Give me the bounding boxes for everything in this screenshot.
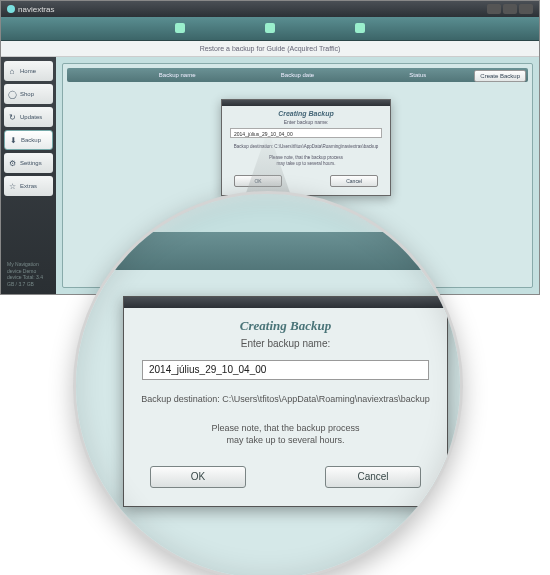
sidebar-item-label: Home xyxy=(20,68,36,74)
dialog-titlebar xyxy=(124,297,447,308)
dialog-title: Creating Backup xyxy=(124,308,447,338)
dialog-buttons: OK Cancel xyxy=(124,458,447,506)
col-name: Backup name xyxy=(117,72,237,78)
sidebar: ⌂ Home ◯ Shop ↻ Updates ⬇ Backup ⚙ Setti… xyxy=(1,57,56,294)
top-tabs xyxy=(1,17,539,41)
creating-backup-dialog-small: Creating Backup Enter backup name: 2014_… xyxy=(221,99,391,196)
sidebar-item-updates[interactable]: ↻ Updates xyxy=(4,107,53,127)
home-icon: ⌂ xyxy=(7,66,17,76)
sidebar-item-settings[interactable]: ⚙ Settings xyxy=(4,153,53,173)
updates-icon: ↻ xyxy=(7,112,17,122)
window-title: naviextras xyxy=(18,5,54,14)
sidebar-item-shop[interactable]: ◯ Shop xyxy=(4,84,53,104)
sidebar-item-label: Backup xyxy=(21,137,41,143)
tab-icon xyxy=(265,23,275,33)
dialog-subtitle: Enter backup name: xyxy=(222,119,390,125)
top-tab[interactable] xyxy=(355,23,365,34)
maximize-button[interactable] xyxy=(503,4,517,14)
sidebar-footer: My Navigation device Demo device Total: … xyxy=(4,258,53,290)
window-titlebar: naviextras xyxy=(1,1,539,17)
dialog-buttons: OK Cancel xyxy=(222,170,390,195)
backup-destination: Backup destination: C:\Users\tfitos\AppD… xyxy=(124,384,447,410)
top-tab[interactable] xyxy=(265,23,275,34)
backup-note: Please note, that the backup processmay … xyxy=(124,410,447,458)
backup-name-input[interactable]: 2014_július_29_10_04_00 xyxy=(230,128,382,138)
backup-name-input[interactable] xyxy=(142,360,429,380)
table-header: Backup name Backup date Status xyxy=(67,68,528,82)
tab-icon xyxy=(175,23,185,33)
ok-button[interactable]: OK xyxy=(234,175,282,187)
sidebar-item-label: Extras xyxy=(20,183,37,189)
subheader: Restore a backup for Guide (Acquired Tra… xyxy=(1,41,539,57)
app-logo-icon xyxy=(7,5,15,13)
sidebar-item-label: Updates xyxy=(20,114,42,120)
sidebar-item-extras[interactable]: ☆ Extras xyxy=(4,176,53,196)
sidebar-item-home[interactable]: ⌂ Home xyxy=(4,61,53,81)
col-date: Backup date xyxy=(237,72,357,78)
cancel-button[interactable]: Cancel xyxy=(330,175,378,187)
sidebar-item-label: Settings xyxy=(20,160,42,166)
window-controls xyxy=(487,4,533,14)
dialog-title: Creating Backup xyxy=(222,106,390,119)
sidebar-item-label: Shop xyxy=(20,91,34,97)
creating-backup-dialog: Creating Backup Enter backup name: Backu… xyxy=(123,296,448,507)
backup-icon: ⬇ xyxy=(8,135,18,145)
close-button[interactable] xyxy=(519,4,533,14)
backup-note: Please note, that the backup processmay … xyxy=(222,152,390,170)
shop-icon: ◯ xyxy=(7,89,17,99)
top-tab[interactable] xyxy=(175,23,185,34)
ok-button[interactable]: OK xyxy=(150,466,246,488)
dialog-subtitle: Enter backup name: xyxy=(124,338,447,355)
col-status: Status xyxy=(358,72,478,78)
magnifier-view: Creating Backup Enter backup name: Backu… xyxy=(73,191,463,575)
cancel-button[interactable]: Cancel xyxy=(325,466,421,488)
settings-icon: ⚙ xyxy=(7,158,17,168)
minimize-button[interactable] xyxy=(487,4,501,14)
sidebar-item-backup[interactable]: ⬇ Backup xyxy=(4,130,53,150)
tab-icon xyxy=(355,23,365,33)
create-backup-button[interactable]: Create Backup xyxy=(474,70,526,82)
extras-icon: ☆ xyxy=(7,181,17,191)
backup-destination: Backup destination: C:\Users\tfitos\AppD… xyxy=(222,141,390,152)
